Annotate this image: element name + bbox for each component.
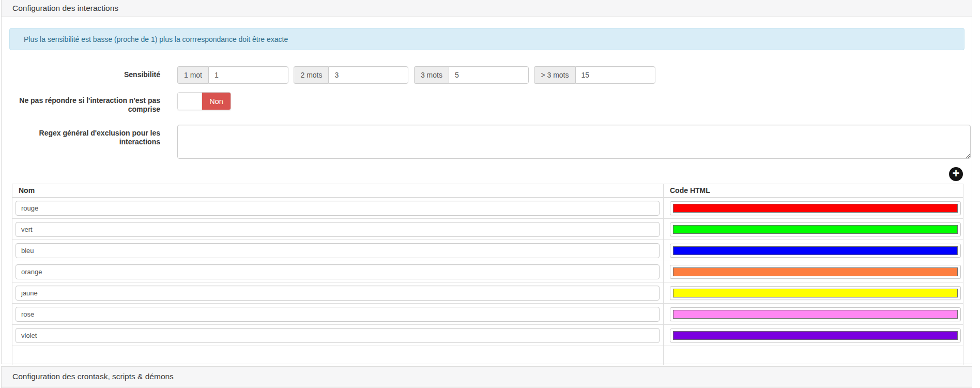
- regex-label: Regex général d'exclusion pour les inter…: [2, 125, 160, 146]
- sensitivity-input-2words[interactable]: [328, 66, 408, 84]
- color-picker-input[interactable]: [670, 265, 961, 279]
- no-reply-label: Ne pas répondre si l'interaction n'est p…: [2, 92, 160, 114]
- table-row: [12, 240, 963, 261]
- color-swatch: [673, 246, 958, 255]
- panel-crontask: Configuration des crontask, scripts & dé…: [1, 366, 972, 388]
- colors-table-header-name: Nom: [12, 184, 664, 198]
- colors-table-header-row: Nom Code HTML: [12, 184, 963, 198]
- sensitivity-label: Sensibilité: [2, 66, 160, 79]
- table-row: [12, 282, 963, 304]
- sensitivity-input-3words[interactable]: [449, 66, 529, 84]
- table-row: [12, 261, 963, 282]
- table-row: [12, 325, 963, 346]
- panel-interactions-title: Configuration des interactions: [12, 4, 118, 13]
- sensitivity-group-2words: 2 mots: [294, 66, 408, 84]
- table-row-empty: [12, 346, 963, 365]
- color-picker-input[interactable]: [670, 329, 961, 342]
- sensitivity-group-more3words: > 3 mots: [534, 66, 655, 84]
- sensitivity-controls: 1 mot 2 mots 3 mots > 3 mots: [177, 66, 972, 84]
- plus-circle-icon: +: [952, 167, 959, 180]
- table-row: [12, 219, 963, 240]
- color-picker-input[interactable]: [670, 244, 961, 258]
- color-name-input[interactable]: [16, 328, 660, 343]
- regex-textarea[interactable]: [177, 125, 971, 159]
- panel-interactions: Configuration des interactions Plus la s…: [1, 0, 972, 364]
- color-swatch: [673, 310, 958, 319]
- no-reply-toggle[interactable]: Non: [177, 92, 231, 110]
- sensitivity-row: Sensibilité 1 mot 2 mots 3 mots: [2, 66, 972, 84]
- panel-crontask-title: Configuration des crontask, scripts & dé…: [12, 372, 174, 381]
- color-name-input[interactable]: [16, 201, 660, 216]
- panel-interactions-heading: Configuration des interactions: [2, 0, 972, 17]
- color-picker-input[interactable]: [670, 201, 961, 215]
- colors-table-header-code: Code HTML: [664, 184, 963, 198]
- colors-table: Nom Code HTML: [12, 184, 963, 365]
- no-reply-controls: Non: [177, 92, 972, 112]
- color-picker-input[interactable]: [670, 222, 961, 236]
- no-reply-toggle-handle: [178, 93, 202, 110]
- sensitivity-addon-more3words: > 3 mots: [534, 66, 575, 84]
- panel-interactions-body: Plus la sensibilité est basse (proche de…: [2, 17, 972, 365]
- add-color-row: +: [2, 167, 972, 181]
- add-color-button[interactable]: +: [949, 167, 963, 181]
- no-reply-row: Ne pas répondre si l'interaction n'est p…: [2, 92, 972, 114]
- sensitivity-addon-3words: 3 mots: [414, 66, 449, 84]
- color-swatch: [673, 331, 958, 340]
- sensitivity-info-text: Plus la sensibilité est basse (proche de…: [24, 35, 288, 43]
- color-picker-input[interactable]: [670, 286, 961, 300]
- panel-crontask-heading: Configuration des crontask, scripts & dé…: [2, 367, 972, 386]
- color-name-input[interactable]: [16, 286, 660, 301]
- regex-row: Regex général d'exclusion pour les inter…: [2, 125, 972, 161]
- color-swatch: [673, 267, 958, 276]
- color-swatch: [673, 225, 958, 234]
- regex-controls: [177, 125, 972, 161]
- sensitivity-input-more3words[interactable]: [575, 66, 655, 84]
- no-reply-toggle-state: Non: [202, 93, 231, 110]
- sensitivity-group-1word: 1 mot: [177, 66, 288, 84]
- page: Configuration des interactions Plus la s…: [0, 0, 980, 388]
- table-row: [12, 198, 963, 219]
- sensitivity-input-1word[interactable]: [208, 66, 288, 84]
- color-name-input[interactable]: [16, 264, 660, 279]
- sensitivity-addon-1word: 1 mot: [177, 66, 208, 84]
- sensitivity-group-3words: 3 mots: [414, 66, 529, 84]
- color-name-input[interactable]: [16, 307, 660, 322]
- sensitivity-info-alert: Plus la sensibilité est basse (proche de…: [9, 28, 964, 50]
- sensitivity-addon-2words: 2 mots: [294, 66, 328, 84]
- color-swatch: [673, 289, 958, 297]
- table-row: [12, 304, 963, 325]
- color-name-input[interactable]: [16, 243, 660, 258]
- color-picker-input[interactable]: [670, 307, 961, 321]
- color-swatch: [673, 204, 958, 213]
- color-name-input[interactable]: [16, 222, 660, 237]
